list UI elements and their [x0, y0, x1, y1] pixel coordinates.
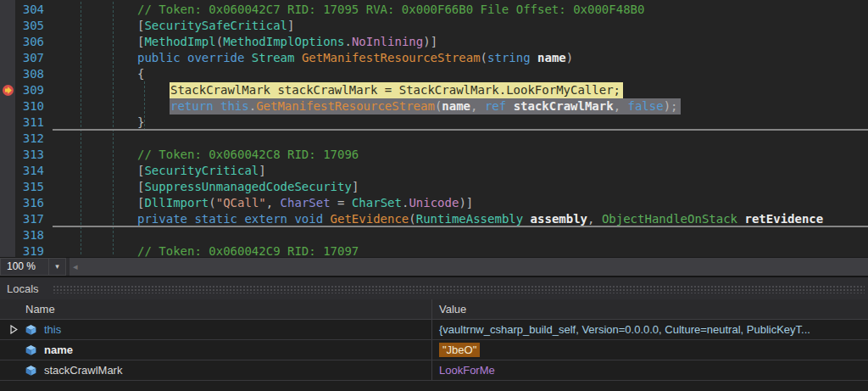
variable-value: {vaultrnw_csharp_build_self, Version=0.0… [439, 323, 810, 336]
variable-icon [25, 325, 37, 335]
editor-bottom-bar: 100 % ▾ ◂ [0, 257, 868, 276]
line-number: 310 [0, 98, 53, 115]
locals-rows: this{vaultrnw_csharp_build_self, Version… [0, 320, 868, 381]
debugger-window: 304// Token: 0x060042C7 RID: 17095 RVA: … [0, 0, 868, 391]
locals-row[interactable]: this{vaultrnw_csharp_build_self, Version… [0, 320, 868, 340]
code-line[interactable]: 319// Token: 0x060042C9 RID: 17097 [0, 243, 868, 257]
selected-statement-highlight: return this.GetManifestResourceStream(na… [170, 98, 681, 115]
line-number: 316 [0, 195, 53, 211]
locals-panel: Locals Name Value this{vaultrnw_csharp_b… [0, 276, 868, 391]
variable-name: name [44, 344, 73, 356]
locals-panel-header[interactable]: Locals [0, 277, 868, 299]
line-number: 318 [0, 227, 53, 243]
variable-value: LookForMe [439, 364, 495, 377]
variable-value-cell[interactable]: LookForMe [432, 360, 868, 380]
code-line[interactable]: 311} [0, 115, 868, 131]
code-line[interactable]: 308{ [0, 66, 868, 82]
line-number: 319 [0, 243, 53, 257]
code-line[interactable]: 314[SecurityCritical] [0, 163, 868, 179]
code-line[interactable]: 304// Token: 0x060042C7 RID: 17095 RVA: … [0, 2, 868, 18]
locals-row[interactable]: name"JbeO" [0, 340, 868, 360]
variable-value-cell[interactable]: {vaultrnw_csharp_build_self, Version=0.0… [432, 320, 868, 339]
breakpoint-current-statement-icon[interactable] [2, 84, 14, 97]
line-number: 314 [0, 163, 53, 179]
code-line[interactable]: 305[SecuritySafeCritical] [0, 18, 868, 34]
code-line[interactable]: 317private static extern void GetEvidenc… [0, 211, 868, 227]
line-number: 312 [0, 131, 53, 147]
variable-name-cell[interactable]: stackCrawlMark [0, 360, 432, 380]
variable-name: stackCrawlMark [44, 364, 122, 377]
code-editor[interactable]: 304// Token: 0x060042C7 RID: 17095 RVA: … [0, 0, 868, 257]
code-line[interactable]: 312 [0, 131, 868, 147]
code-line[interactable]: 313// Token: 0x060042C8 RID: 17096 [0, 147, 868, 163]
code-line[interactable]: 316[DllImport("QCall", CharSet = CharSet… [0, 195, 868, 211]
locals-column-headers: Name Value [0, 299, 868, 320]
drag-grip[interactable] [53, 285, 865, 293]
code-line[interactable]: 318 [0, 227, 868, 243]
line-number: 308 [0, 66, 53, 82]
code-line[interactable]: 307public override Stream GetManifestRes… [0, 50, 868, 66]
code-line[interactable]: 310return this.GetManifestResourceStream… [0, 98, 868, 115]
line-number: 311 [0, 115, 53, 131]
chevron-down-icon: ▾ [55, 262, 59, 271]
code-line[interactable]: 315[SuppressUnmanagedCodeSecurity] [0, 179, 868, 195]
code-line[interactable]: 309StackCrawlMark stackCrawlMark = Stack… [0, 82, 868, 98]
column-header-value[interactable]: Value [432, 299, 868, 319]
variable-value-cell[interactable]: "JbeO" [432, 340, 868, 360]
zoom-level[interactable]: 100 % [0, 258, 49, 276]
code-line[interactable]: 306[MethodImpl(MethodImplOptions.NoInlin… [0, 34, 868, 50]
variable-icon [25, 366, 37, 376]
locals-title: Locals [7, 282, 39, 295]
expand-arrow-icon[interactable] [10, 325, 24, 334]
horizontal-scrollbar[interactable]: ◂ [70, 258, 868, 276]
current-statement-highlight: StackCrawlMark stackCrawlMark = StackCra… [170, 82, 623, 98]
line-number: 313 [0, 147, 53, 163]
column-header-name[interactable]: Name [0, 299, 432, 319]
variable-icon [25, 345, 37, 355]
line-number: 317 [0, 211, 53, 227]
scroll-left-arrow-icon[interactable]: ◂ [73, 258, 78, 276]
line-number: 315 [0, 179, 53, 195]
zoom-dropdown-button[interactable]: ▾ [49, 258, 66, 276]
line-number: 307 [0, 50, 53, 66]
variable-value: "JbeO" [439, 343, 480, 357]
variable-name-cell[interactable]: this [0, 320, 432, 339]
line-number: 305 [0, 18, 53, 34]
variable-name-cell[interactable]: name [0, 340, 432, 360]
code-lines: 304// Token: 0x060042C7 RID: 17095 RVA: … [0, 2, 868, 257]
locals-row[interactable]: stackCrawlMarkLookForMe [0, 360, 868, 381]
variable-name: this [44, 323, 61, 336]
line-number: 306 [0, 34, 53, 50]
line-number: 304 [0, 2, 53, 18]
